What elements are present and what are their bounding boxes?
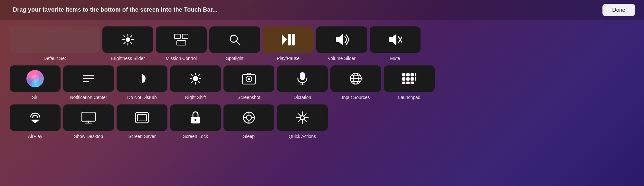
siri-icon	[26, 70, 44, 87]
svg-rect-45	[406, 73, 410, 76]
row-3: AirPlay Show Desktop Scree	[10, 104, 634, 139]
svg-rect-52	[402, 82, 405, 84]
svg-line-13	[237, 42, 240, 45]
item-label: Brightness Slider	[111, 56, 145, 61]
item-label: Screenshot	[238, 95, 260, 100]
list-item[interactable]: Play/Pause	[263, 26, 314, 61]
svg-rect-9	[175, 34, 180, 39]
item-label: Dictation	[294, 95, 311, 100]
item-label: Input Sources	[342, 95, 370, 100]
item-label: Show Desktop	[74, 134, 103, 139]
item-label: Spotlight	[226, 56, 243, 61]
list-item[interactable]: Quick Actions	[277, 104, 328, 139]
list-item[interactable]: Screen Lock	[170, 104, 221, 139]
svg-rect-61	[137, 114, 147, 121]
svg-line-5	[124, 36, 125, 37]
item-label: Default Set	[43, 56, 66, 61]
input-sources-button[interactable]	[330, 65, 381, 92]
show-desktop-button[interactable]	[63, 104, 114, 131]
svg-line-31	[198, 75, 200, 76]
svg-line-32	[192, 82, 193, 83]
svg-rect-47	[415, 73, 416, 76]
item-label: AirPlay	[28, 134, 42, 139]
list-item[interactable]: Mute	[370, 26, 421, 61]
item-label: Siri	[32, 95, 38, 100]
list-item[interactable]: Do Not Disturb	[117, 65, 167, 100]
screenshot-button[interactable]	[223, 65, 274, 92]
list-item[interactable]: Screen Saver	[117, 104, 167, 139]
list-item[interactable]: Notification Center	[63, 65, 114, 100]
item-label: Do Not Disturb	[127, 95, 157, 100]
list-item[interactable]: Dictation	[277, 65, 328, 100]
siri-button[interactable]	[10, 65, 61, 92]
item-label: Screen Saver	[128, 134, 156, 139]
svg-rect-51	[415, 77, 416, 81]
svg-line-75	[298, 114, 300, 116]
svg-line-30	[198, 82, 200, 83]
mission-control-button[interactable]	[156, 26, 207, 53]
default-set-button[interactable]	[10, 26, 100, 53]
list-item[interactable]: Spotlight	[209, 26, 260, 61]
svg-rect-46	[411, 73, 414, 76]
svg-line-76	[304, 120, 306, 122]
airplay-button[interactable]	[10, 104, 61, 131]
night-shift-button[interactable]	[170, 65, 221, 92]
list-item[interactable]: Show Desktop	[63, 104, 114, 139]
svg-rect-54	[411, 82, 414, 84]
svg-point-65	[246, 115, 251, 120]
svg-rect-53	[406, 82, 410, 84]
instruction-text: Drag your favorite items to the bottom o…	[13, 6, 218, 13]
svg-point-0	[126, 37, 130, 42]
item-label: Quick Actions	[289, 134, 316, 139]
list-item[interactable]: Mission Control	[156, 26, 207, 61]
list-item[interactable]: Siri	[10, 65, 61, 100]
notification-center-button[interactable]	[63, 65, 114, 92]
volume-button[interactable]	[316, 26, 367, 53]
mute-button[interactable]	[370, 26, 421, 53]
item-label: Launchpad	[398, 95, 420, 100]
list-item[interactable]: Screenshot	[223, 65, 274, 100]
svg-marker-55	[31, 120, 40, 123]
top-bar: Drag your favorite items to the bottom o…	[0, 0, 644, 20]
svg-marker-14	[282, 34, 287, 45]
list-item[interactable]: Brightness Slider	[102, 26, 153, 61]
list-item[interactable]: Launchpad	[384, 65, 435, 100]
svg-point-35	[248, 78, 250, 80]
quick-actions-button[interactable]	[277, 104, 328, 131]
item-label: Mute	[390, 56, 400, 61]
row-1: Default Set Brightness Slider	[10, 26, 634, 61]
list-item[interactable]: AirPlay	[10, 104, 61, 139]
svg-rect-15	[288, 34, 291, 45]
svg-line-8	[124, 42, 125, 44]
done-button[interactable]: Done	[602, 4, 635, 16]
list-item[interactable]: Input Sources	[330, 65, 381, 100]
play-pause-button[interactable]	[263, 26, 314, 53]
sleep-button[interactable]	[223, 104, 274, 131]
dictation-button[interactable]	[277, 65, 328, 92]
launchpad-button[interactable]	[384, 65, 435, 92]
svg-rect-44	[402, 73, 405, 76]
screen-saver-button[interactable]	[117, 104, 167, 131]
spotlight-button[interactable]	[209, 26, 260, 53]
svg-marker-17	[336, 34, 343, 45]
list-item[interactable]: Default Set	[10, 26, 100, 61]
svg-rect-50	[411, 77, 414, 81]
item-label: Night Shift	[185, 95, 206, 100]
svg-rect-36	[300, 72, 305, 80]
brightness-button[interactable]	[102, 26, 153, 53]
svg-point-24	[193, 76, 198, 81]
list-item[interactable]: Night Shift	[170, 65, 221, 100]
item-label: Notification Center	[70, 95, 107, 100]
svg-rect-48	[402, 77, 405, 81]
screen-lock-button[interactable]	[170, 104, 221, 131]
items-area: Default Set Brightness Slider	[0, 20, 644, 139]
svg-line-29	[192, 75, 193, 76]
list-item[interactable]: Volume Slider	[316, 26, 367, 61]
do-not-disturb-button[interactable]	[117, 65, 167, 92]
svg-rect-56	[82, 112, 95, 121]
svg-line-7	[130, 36, 132, 37]
svg-line-77	[304, 114, 306, 116]
svg-rect-16	[292, 34, 295, 45]
list-item[interactable]: Sleep	[223, 104, 274, 139]
item-label: Screen Lock	[183, 134, 208, 139]
